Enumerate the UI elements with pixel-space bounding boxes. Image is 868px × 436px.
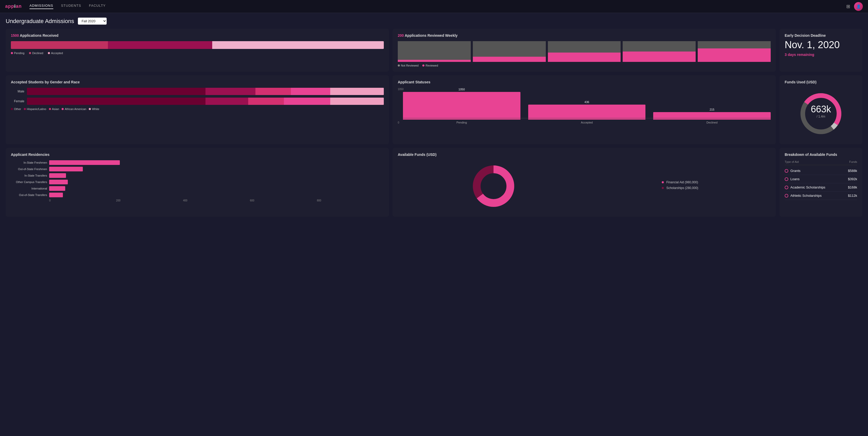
legend-not-reviewed: Not Reviewed	[398, 64, 418, 67]
gender-bars	[27, 88, 384, 95]
residency-bar	[49, 180, 68, 184]
residency-label: In-State Transfers	[11, 174, 47, 177]
nav-admissions[interactable]: ADMISSIONS	[30, 4, 53, 9]
nav-faculty[interactable]: FACULTY	[89, 4, 106, 9]
breakdown-row: Athletic Scholarships $112k	[785, 192, 857, 200]
gender-segment	[291, 88, 330, 95]
weekly-title-text: Applications Reviewed Weekly	[404, 33, 458, 37]
breakdown-row: Grants $588k	[785, 167, 857, 175]
dashboard-grid: 1500 Applications Received Pending Decli…	[6, 29, 862, 217]
breakdown-amount: $168k	[848, 185, 857, 189]
not-reviewed-bar	[398, 41, 471, 60]
bar-value-label: 436	[584, 100, 589, 104]
residency-label: Other Campus Transfers	[11, 180, 47, 183]
legend-financial-aid: Financial Aid (980,000)	[662, 180, 698, 184]
funds-amount: 663k	[811, 104, 831, 114]
breakdown-table: Type of Aid Funds Grants $588k Loans $39…	[785, 160, 857, 200]
available-funds-title: Available Funds (USD)	[398, 152, 771, 157]
card-statuses: Applicant Statuses 1050 Pending 436 Acce…	[393, 75, 776, 144]
bar-value-label: 215	[710, 108, 714, 111]
breakdown-rows: Grants $588k Loans $392k Academic Schola…	[785, 167, 857, 200]
card-breakdown: Breakdown of Available Funds Type of Aid…	[779, 148, 862, 217]
funds-donut-svg: 663k / 1.4m	[798, 90, 844, 137]
grid-icon[interactable]: ⊞	[846, 4, 850, 9]
card-gender-race: Accepted Students by Gender and Race Mal…	[6, 75, 389, 144]
gender-legend-item: African American	[62, 108, 86, 111]
reviewed-bar	[698, 49, 771, 62]
residency-bar	[49, 160, 120, 165]
axis-label: 800	[317, 199, 384, 202]
gender-segment	[284, 97, 330, 105]
svg-point-5	[483, 176, 504, 197]
breakdown-amount: $588k	[848, 169, 857, 173]
reviewed-bar	[398, 60, 471, 62]
breakdown-row-left: Grants	[785, 169, 801, 173]
weekly-bar-group	[698, 41, 771, 62]
semester-select[interactable]: Fall 2020 Spring 2020 Fall 2019	[78, 18, 106, 25]
reviewed-bar	[623, 52, 695, 62]
breakdown-header-type: Type of Aid	[785, 160, 799, 163]
bar-category-label: Declined	[707, 121, 718, 124]
gender-row-male: Male	[11, 88, 384, 95]
weekly-title: 200 Applications Reviewed Weekly	[398, 33, 771, 37]
vert-bar-group: 1050 Pending	[403, 88, 521, 124]
legend-pending: Pending	[11, 52, 24, 55]
nav-links: ADMISSIONS STUDENTS FACULTY	[30, 4, 846, 9]
gender-chart: MaleFemale	[11, 88, 384, 105]
card-available-funds: Available Funds (USD) Financial Aid (980…	[393, 148, 776, 217]
page-header: Undergraduate Admissions Fall 2020 Sprin…	[6, 18, 862, 25]
weekly-count: 200	[398, 33, 404, 37]
residency-row: International	[11, 186, 384, 191]
gender-segment	[255, 88, 291, 95]
breakdown-amount: $112k	[848, 194, 857, 198]
available-donut-svg	[470, 163, 517, 209]
funds-used-title: Funds Used (USD)	[785, 80, 857, 84]
breakdown-amount: $392k	[848, 177, 857, 181]
gender-segment	[206, 97, 248, 105]
residency-label: In-State Freshmen	[11, 161, 47, 164]
axis-label: 200	[116, 199, 183, 202]
nav-students[interactable]: STUDENTS	[61, 4, 81, 9]
not-reviewed-bar	[548, 41, 621, 53]
bar-category-label: Pending	[457, 121, 467, 124]
available-funds-legend: Financial Aid (980,000) Scholarships (28…	[662, 180, 698, 192]
breakdown-title: Breakdown of Available Funds	[785, 152, 857, 157]
breakdown-row-left: Loans	[785, 177, 799, 181]
gender-legend-item: Hispanic/Latino	[24, 108, 46, 111]
gender-bars	[27, 97, 384, 105]
horiz-axis: 0200400600800	[49, 199, 384, 202]
user-avatar[interactable]: 👤	[854, 2, 863, 11]
applications-count: 1500	[11, 33, 19, 37]
residency-bar	[49, 193, 63, 197]
breakdown-row: Academic Scholarships $168k	[785, 183, 857, 192]
gender-segment	[248, 97, 284, 105]
breakdown-type-label: Athletic Scholarships	[790, 194, 822, 198]
gender-legend-item: Other	[11, 108, 21, 111]
weekly-legend: Not Reviewed Reviewed	[398, 64, 771, 67]
horiz-bar-chart: In-State Freshmen Out-of-State Freshmen …	[11, 160, 384, 197]
stacked-bar	[11, 41, 384, 49]
vert-bar	[528, 105, 646, 120]
nav-bar: appian ADMISSIONS STUDENTS FACULTY ⊞ 👤	[0, 0, 868, 13]
bar-legend: Pending Declined Accepted	[11, 52, 384, 55]
applications-title: 1500 Applications Received	[11, 33, 384, 37]
breakdown-icon	[785, 186, 788, 189]
vert-bar-chart: 1050 Pending 436 Accepted 215 Declined	[398, 88, 771, 124]
available-funds-content: Financial Aid (980,000) Scholarships (28…	[398, 160, 771, 212]
breakdown-header-funds: Funds	[849, 160, 857, 163]
weekly-bar-group	[398, 41, 471, 62]
axis-label: 400	[183, 199, 250, 202]
weekly-bar-group	[548, 41, 621, 62]
card-funds-used: Funds Used (USD) 663k / 1.4m	[779, 75, 862, 144]
breakdown-icon	[785, 177, 788, 181]
breakdown-type-label: Grants	[790, 169, 801, 173]
residency-bar	[49, 167, 83, 171]
gender-legend-item: White	[89, 108, 99, 111]
breakdown-row: Loans $392k	[785, 175, 857, 183]
stacked-bar-container	[11, 41, 384, 49]
vert-bar-group: 436 Accepted	[528, 88, 646, 124]
gender-label: Male	[11, 90, 24, 93]
gender-segment	[27, 88, 206, 95]
bar-category-label: Accepted	[581, 121, 593, 124]
gender-label: Female	[11, 99, 24, 103]
